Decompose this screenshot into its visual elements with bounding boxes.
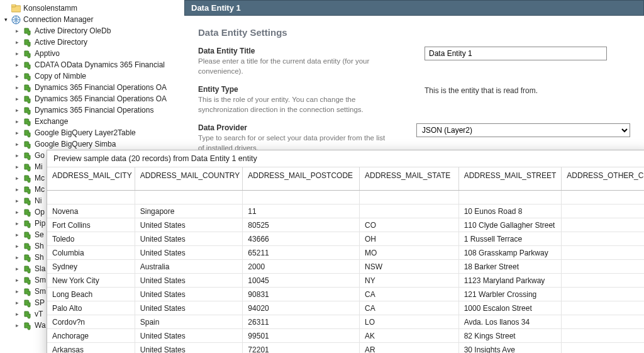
table-cell: NSW (360, 260, 459, 274)
table-row[interactable]: ToledoUnited States43666OH1 Russell Terr… (47, 232, 644, 246)
chevron-right-icon[interactable]: ▸ (14, 266, 21, 272)
table-row[interactable]: Fort CollinsUnited States80525CO110 Clyd… (47, 218, 644, 232)
column-header[interactable]: ADDRESS_MAIL_POSTCODE (243, 167, 360, 190)
table-cell (562, 246, 644, 260)
chevron-right-icon[interactable]: ▸ (14, 40, 21, 45)
field-entity-title: Data Entity Title Please enter a title f… (198, 47, 630, 76)
chevron-right-icon[interactable]: ▸ (14, 28, 21, 34)
column-header[interactable]: ADDRESS_MAIL_COUNTRY (135, 167, 243, 190)
puzzle-icon (22, 48, 32, 59)
table-row[interactable] (47, 191, 644, 205)
puzzle-icon (22, 150, 32, 160)
chevron-right-icon[interactable]: ▸ (14, 187, 21, 193)
table-cell (562, 191, 644, 205)
chevron-right-icon[interactable]: ▸ (14, 130, 21, 136)
chevron-right-icon[interactable]: ▸ (14, 153, 21, 159)
chevron-right-icon[interactable]: ▸ (14, 74, 21, 79)
table-cell: United States (135, 218, 243, 232)
table-cell: Avda. Los llanos 34 (459, 315, 562, 329)
table-cell (47, 191, 135, 205)
chevron-right-icon[interactable]: ▸ (14, 142, 21, 147)
tree-item[interactable]: ▸Active Directory (0, 36, 184, 48)
chevron-right-icon[interactable]: ▸ (14, 289, 21, 294)
puzzle-icon (22, 286, 32, 296)
table-cell: 72201 (243, 343, 360, 354)
puzzle-icon (22, 184, 32, 194)
tree-item-label: Google BigQuery Simba (33, 140, 116, 148)
table-cell: Toledo (47, 232, 135, 246)
tree-item[interactable]: ▸Dynamics 365 Financial Operations OA (0, 82, 184, 93)
entity-title-input[interactable] (425, 47, 607, 60)
column-header[interactable]: ADDRESS_MAIL_STREET (459, 167, 562, 190)
table-row[interactable]: AnchorageUnited States99501AK82 Kings St… (47, 329, 644, 343)
chevron-right-icon[interactable]: ▸ (14, 176, 21, 181)
puzzle-icon (22, 94, 32, 104)
chevron-right-icon[interactable]: ▸ (14, 210, 21, 215)
puzzle-icon (22, 82, 32, 92)
table-row[interactable]: NovenaSingapore1110 Eunos Road 8 (47, 205, 644, 218)
chevron-right-icon[interactable]: ▸ (14, 300, 21, 306)
tree-item-label: Sm (33, 287, 46, 296)
table-row[interactable]: SydneyAustralia2000NSW18 Barker Street (47, 260, 644, 274)
chevron-right-icon[interactable]: ▸ (14, 119, 21, 125)
chevron-right-icon[interactable]: ▸ (14, 198, 21, 204)
tree-item[interactable]: ▸Google BigQuery Layer2Table (0, 127, 184, 138)
column-header[interactable]: ADDRESS_MAIL_CITY (47, 167, 135, 190)
chevron-right-icon[interactable]: ▸ (14, 323, 21, 328)
table-row[interactable]: ColumbiaUnited States65211MO108 Grasskam… (47, 246, 644, 260)
table-cell: Fort Collins (47, 218, 135, 232)
table-row[interactable]: Long BeachUnited States90831CA121 Warble… (47, 288, 644, 301)
table-cell: 108 Grasskamp Parkway (459, 246, 562, 260)
table-cell: 10045 (243, 274, 360, 288)
tree-item-label: Ni (33, 196, 42, 205)
table-cell: 65211 (243, 246, 360, 260)
table-cell (243, 191, 360, 205)
table-cell: MO (360, 246, 459, 260)
tree-item[interactable]: ▸Active Directory OleDb (0, 25, 184, 36)
tree-manager[interactable]: ▾ Connection Manager (0, 14, 184, 25)
chevron-right-icon[interactable]: ▸ (14, 311, 21, 317)
tree-item[interactable]: ▸Apptivo (0, 48, 184, 59)
chevron-right-icon[interactable]: ▸ (14, 51, 21, 57)
column-header[interactable]: ADDRESS_OTHER_CITY (562, 167, 644, 190)
table-cell: CA (360, 288, 459, 301)
tree-item[interactable]: ▸Copy of Nimble (0, 70, 184, 82)
chevron-right-icon[interactable]: ▸ (14, 232, 21, 238)
tree-item[interactable]: ▸Dynamics 365 Financial Operations OA (0, 93, 184, 104)
table-cell (562, 315, 644, 329)
puzzle-icon (22, 275, 32, 285)
tree-item-label: Sla (33, 264, 45, 273)
table-row[interactable]: Cordov?nSpain26311LOAvda. Los llanos 34 (47, 315, 644, 329)
chevron-right-icon[interactable]: ▸ (14, 244, 21, 249)
table-row[interactable]: Palo AltoUnited States94020CA1000 Escalo… (47, 301, 644, 315)
chevron-right-icon[interactable]: ▸ (14, 221, 21, 227)
table-cell: Novena (47, 205, 135, 218)
chevron-right-icon[interactable]: ▸ (14, 85, 21, 91)
table-row[interactable]: New York CityUnited States10045NY1123 Ma… (47, 274, 644, 288)
chevron-right-icon[interactable]: ▸ (14, 164, 21, 170)
tree-item-label: Pip (33, 219, 45, 228)
chevron-right-icon[interactable]: ▸ (14, 62, 21, 68)
chevron-right-icon[interactable]: ▸ (14, 108, 21, 113)
data-provider-label: Data Provider (198, 123, 391, 132)
chevron-down-icon[interactable]: ▾ (3, 17, 9, 23)
table-cell: Australia (135, 260, 243, 274)
tree-item[interactable]: ▸Google BigQuery Simba (0, 138, 184, 150)
table-cell: 30 Insights Ave (459, 343, 562, 354)
table-cell (562, 288, 644, 301)
data-provider-select[interactable]: JSON (Layer2) (416, 123, 630, 137)
tree-item[interactable]: ▸CDATA OData Dynamics 365 Financial (0, 59, 184, 70)
chevron-right-icon[interactable]: ▸ (14, 96, 21, 102)
table-row[interactable]: ArkansasUnited States72201AR30 Insights … (47, 343, 644, 353)
tree-item[interactable]: ▸Exchange (0, 116, 184, 127)
tree-item[interactable]: ▸Dynamics 365 Financial Operations (0, 104, 184, 116)
tree-root[interactable]: Konsolenstamm (0, 3, 184, 14)
puzzle-icon (22, 207, 32, 217)
tree-item-label: vT (33, 310, 43, 318)
column-header[interactable]: ADDRESS_MAIL_STATE (360, 167, 459, 190)
tree-item-label: Go (33, 151, 45, 160)
grid-body[interactable]: NovenaSingapore1110 Eunos Road 8Fort Col… (47, 191, 644, 353)
chevron-right-icon[interactable]: ▸ (14, 255, 21, 261)
tree-item-label: Sm (33, 276, 46, 284)
chevron-right-icon[interactable]: ▸ (14, 277, 21, 283)
